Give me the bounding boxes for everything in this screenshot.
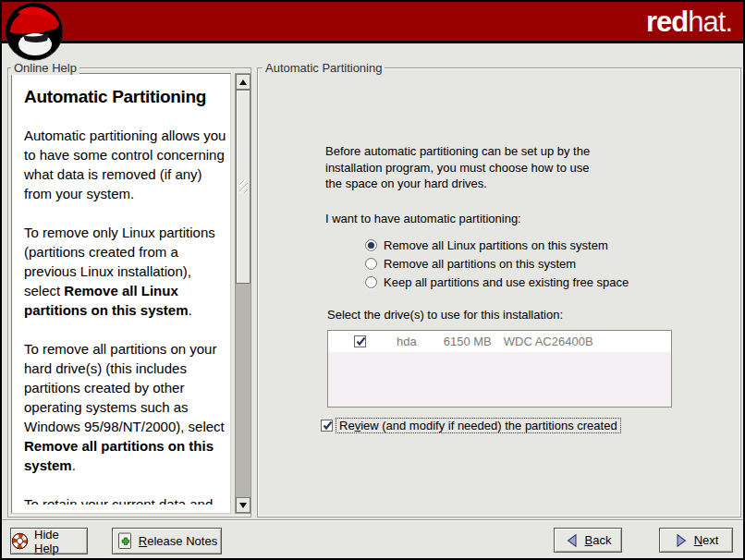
- next-arrow-icon: [674, 533, 689, 548]
- drive-row-hda[interactable]: hda 6150 MB WDC AC26400B: [328, 331, 671, 352]
- redhat-wordmark: redhat.: [646, 6, 732, 39]
- checkmark-icon: [322, 420, 334, 432]
- radio-remove-all-partitions[interactable]: Remove all partitions on this system: [365, 257, 576, 271]
- drive-checkbox[interactable]: [354, 335, 366, 347]
- radio-keep-all-partitions[interactable]: Keep all partitions and use existing fre…: [365, 275, 629, 289]
- checkmark-icon: [355, 335, 367, 347]
- hide-help-label: Hide Help: [34, 528, 87, 555]
- review-checkbox[interactable]: [321, 420, 333, 432]
- release-notes-label: Release Notes: [139, 534, 217, 548]
- drives-select-label: Select the drive(s) to use for this inst…: [327, 308, 563, 322]
- question-text: I want to have automatic partitioning:: [325, 212, 521, 225]
- drive-model: WDC AC26400B: [504, 335, 593, 348]
- scrollbar-thumb[interactable]: [236, 90, 250, 284]
- help-scrollbar[interactable]: [235, 73, 251, 514]
- radio-button-icon[interactable]: [365, 258, 377, 270]
- drive-list[interactable]: hda 6150 MB WDC AC26400B: [327, 330, 672, 408]
- arrow-down-icon: [239, 503, 247, 508]
- brand-bold: red: [646, 6, 688, 38]
- next-label: Next: [694, 533, 719, 547]
- main-frame: [257, 67, 741, 517]
- radio-label: Keep all partitions and use existing fre…: [384, 275, 629, 289]
- review-checkbox-label[interactable]: Review (and modify if needed) the partit…: [336, 418, 621, 433]
- help-text-area[interactable]: Automatic Partitioning Automatic partiti…: [11, 73, 231, 514]
- help-paragraph-1: Automatic partitioning allows you to hav…: [24, 126, 226, 203]
- help-paragraph-3: To remove all partitions on your hard dr…: [24, 339, 226, 475]
- footer-separator: [2, 519, 743, 521]
- drive-size: 6150 MB: [444, 335, 492, 348]
- radio-label: Remove all Linux partitions on this syst…: [384, 238, 608, 252]
- main-frame-label: Automatic Partitioning: [263, 61, 385, 75]
- help-paragraph-4-clipped: To retain your current data and: [24, 494, 226, 505]
- release-notes-button[interactable]: Release Notes: [112, 528, 222, 554]
- back-arrow-icon: [565, 533, 580, 548]
- next-button[interactable]: Next: [659, 528, 733, 553]
- scroll-up-button[interactable]: [236, 74, 250, 90]
- brand-rest: hat.: [688, 6, 732, 38]
- radio-button-icon[interactable]: [365, 276, 377, 288]
- release-notes-document-icon: [116, 532, 133, 550]
- lifebuoy-icon: [11, 532, 29, 550]
- radio-label: Remove all partitions on this system: [384, 257, 576, 271]
- help-title: Automatic Partitioning: [24, 87, 221, 107]
- redhat-shadowman-logo: [5, 2, 64, 61]
- header-banner: redhat.: [2, 2, 743, 43]
- scrollbar-grip-icon: [239, 180, 248, 193]
- hide-help-button[interactable]: Hide Help: [10, 528, 88, 554]
- scroll-down-button[interactable]: [236, 497, 250, 513]
- installer-window: redhat. Online Help Automatic Partitioni…: [0, 0, 745, 560]
- radio-remove-linux-partitions[interactable]: Remove all Linux partitions on this syst…: [365, 238, 608, 252]
- review-partitions-checkbox-row[interactable]: Review (and modify if needed) the partit…: [321, 418, 621, 433]
- help-frame-label: Online Help: [11, 61, 79, 75]
- radio-button-icon[interactable]: [365, 239, 377, 251]
- arrow-up-icon: [239, 79, 247, 85]
- help-paragraph-2: To remove only Linux partitions (partiti…: [24, 223, 226, 320]
- back-button[interactable]: Back: [554, 528, 622, 553]
- intro-text: Before automatic partitioning can be set…: [325, 143, 640, 192]
- drive-device: hda: [397, 335, 417, 348]
- back-label: Back: [585, 533, 612, 547]
